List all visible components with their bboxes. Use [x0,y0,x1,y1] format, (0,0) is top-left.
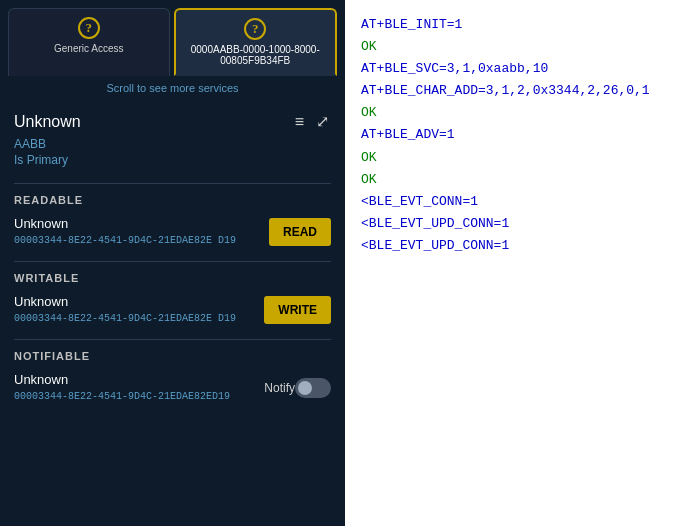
toggle-slider [295,378,331,398]
expand-icon-button[interactable]: ⤢ [314,110,331,133]
terminal-line: OK [361,36,658,58]
divider-writable [14,261,331,262]
char-uuid-readable: 00003344-8E22-4541-9D4C-21EDAE82E D19 [14,234,261,247]
service-title: Unknown [14,113,81,131]
terminal-line: AT+BLE_ADV=1 [361,124,658,146]
char-uuid-writable: 00003344-8E22-4541-9D4C-21EDAE82E D19 [14,312,256,325]
section-title-writable: WRITABLE [14,272,331,284]
terminal-line: <BLE_EVT_UPD_CONN=1 [361,213,658,235]
notify-row: Unknown 00003344-8E22-4541-9D4C-21EDAE82… [14,372,331,403]
service-header: Unknown ≡ ⤢ [14,110,331,133]
char-info-readable: Unknown 00003344-8E22-4541-9D4C-21EDAE82… [14,216,261,247]
terminal-line: <BLE_EVT_CONN=1 [361,191,658,213]
notify-label: Notify [264,381,295,395]
tabs-row: ? Generic Access ? 0000AABB-0000-1000-80… [0,0,345,76]
read-button[interactable]: READ [269,218,331,246]
tab-generic-access[interactable]: ? Generic Access [8,8,170,76]
char-row-readable: Unknown 00003344-8E22-4541-9D4C-21EDAE82… [14,216,331,247]
section-title-notifiable: NOTIFIABLE [14,350,331,362]
terminal-line: <BLE_EVT_UPD_CONN=1 [361,235,658,257]
char-info-notifiable: Unknown 00003344-8E22-4541-9D4C-21EDAE82… [14,372,256,403]
terminal-line: OK [361,147,658,169]
notify-toggle[interactable] [295,378,331,398]
terminal-line: AT+BLE_INIT=1 [361,14,658,36]
terminal-line: OK [361,102,658,124]
char-name-writable: Unknown [14,294,256,309]
service-content[interactable]: Unknown ≡ ⤢ AABB Is Primary READABLE Unk… [0,100,345,526]
terminal-line: AT+BLE_CHAR_ADD=3,1,2,0x3344,2,26,0,1 [361,80,658,102]
char-name-notifiable: Unknown [14,372,256,387]
service-actions: ≡ ⤢ [293,110,331,133]
question-icon-custom: ? [244,18,266,40]
char-name-readable: Unknown [14,216,261,231]
char-row-writable: Unknown 00003344-8E22-4541-9D4C-21EDAE82… [14,294,331,325]
service-uuid: AABB [14,137,331,151]
tab-label-custom: 0000AABB-0000-1000-8000-00805F9B34FB [182,44,330,66]
char-uuid-notifiable: 00003344-8E22-4541-9D4C-21EDAE82ED19 [14,390,256,403]
terminal-output: AT+BLE_INIT=1OKAT+BLE_SVC=3,1,0xaabb,10A… [361,14,658,257]
terminal-line: OK [361,169,658,191]
tab-custom-service[interactable]: ? 0000AABB-0000-1000-8000-00805F9B34FB [174,8,338,76]
right-panel: AT+BLE_INIT=1OKAT+BLE_SVC=3,1,0xaabb,10A… [345,0,674,526]
list-icon-button[interactable]: ≡ [293,111,306,133]
char-info-writable: Unknown 00003344-8E22-4541-9D4C-21EDAE82… [14,294,256,325]
divider-notifiable [14,339,331,340]
service-type: Is Primary [14,153,331,167]
section-title-readable: READABLE [14,194,331,206]
write-button[interactable]: WRITE [264,296,331,324]
question-icon-generic: ? [78,17,100,39]
tab-label-generic: Generic Access [54,43,123,54]
terminal-line: AT+BLE_SVC=3,1,0xaabb,10 [361,58,658,80]
divider-readable [14,183,331,184]
left-panel: ? Generic Access ? 0000AABB-0000-1000-80… [0,0,345,526]
scroll-hint: Scroll to see more services [0,76,345,100]
